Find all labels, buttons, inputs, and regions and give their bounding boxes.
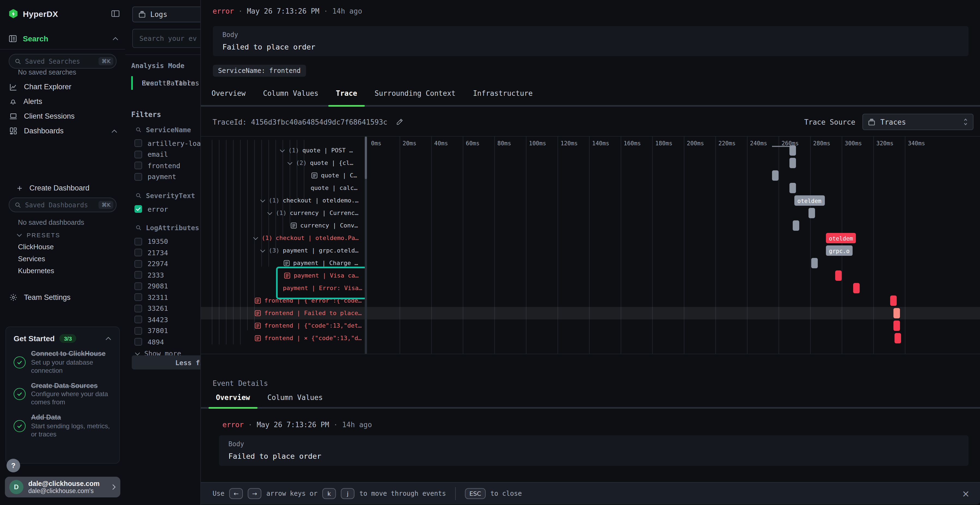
checkbox-unchecked[interactable] <box>134 271 142 279</box>
preset-item-services[interactable]: Services <box>18 255 45 263</box>
filter-value[interactable]: 22974 <box>125 258 200 269</box>
preset-item-clickhouse[interactable]: ClickHouse <box>18 243 54 251</box>
trace-row[interactable]: currency | Conv… <box>200 219 367 232</box>
trace-row[interactable]: (1)quote | POST … <box>200 144 367 157</box>
checkbox-unchecked[interactable] <box>134 305 142 312</box>
span-bar[interactable]: grpc.o <box>826 245 853 256</box>
tab-overview[interactable]: Overview <box>203 82 254 106</box>
sidebar-section-search[interactable]: Search <box>9 33 119 44</box>
checkbox-unchecked[interactable] <box>134 327 142 335</box>
chevron-down-icon[interactable] <box>267 211 272 215</box>
tab-surrounding-context[interactable]: Surrounding Context <box>366 82 464 106</box>
chevron-down-icon[interactable] <box>286 161 293 165</box>
span-bar[interactable]: oteldem <box>794 195 825 206</box>
filter-value[interactable]: 34423 <box>125 314 200 325</box>
sidebar-item-team-settings[interactable]: Team Settings <box>0 290 125 305</box>
filter-value[interactable]: frontend <box>125 160 200 171</box>
trace-row[interactable]: (1)checkout | oteldemo.Pa… <box>200 232 367 245</box>
k-key[interactable]: k <box>322 488 336 499</box>
trace-row[interactable]: (3)payment | grpc.oteld… <box>200 245 367 257</box>
sidebar-item-client-sessions[interactable]: Client Sessions <box>0 109 125 124</box>
checkbox-unchecked[interactable] <box>134 260 142 268</box>
checkbox-unchecked[interactable] <box>134 294 142 301</box>
checkbox-unchecked[interactable] <box>134 249 142 257</box>
span-bar[interactable] <box>853 283 860 293</box>
filter-value[interactable]: 32311 <box>125 292 200 303</box>
tab-trace[interactable]: Trace <box>327 82 366 106</box>
filter-value[interactable]: 33261 <box>125 303 200 314</box>
filter-value[interactable]: 2333 <box>125 269 200 281</box>
chevron-down-icon[interactable] <box>252 236 258 240</box>
close-icon[interactable]: × <box>962 488 970 499</box>
j-key[interactable]: j <box>341 488 355 499</box>
span-bar[interactable] <box>891 295 897 306</box>
get-started-item[interactable]: Create Data SourcesConfigure where your … <box>14 382 111 407</box>
edit-pencil-icon[interactable] <box>396 118 404 126</box>
trace-row[interactable]: quote | C… <box>200 169 367 182</box>
span-bar[interactable] <box>789 158 796 168</box>
saved-searches-input[interactable]: Saved Searches ⌘K <box>9 54 116 68</box>
filter-value[interactable]: 21734 <box>125 247 200 258</box>
chevron-up-icon[interactable] <box>105 336 111 341</box>
filter-value[interactable]: 29081 <box>125 281 200 292</box>
trace-row[interactable]: (2)quote | {cl… <box>200 157 367 169</box>
span-bar[interactable] <box>894 333 901 343</box>
analysis-mode-event-patterns[interactable]: Event Patterns <box>131 76 200 90</box>
trace-source-select[interactable]: Traces <box>862 114 974 130</box>
checkbox-unchecked[interactable] <box>134 140 142 147</box>
tab-infrastructure[interactable]: Infrastructure <box>464 82 541 106</box>
checkbox-checked[interactable] <box>134 205 142 213</box>
span-bar[interactable] <box>792 221 799 231</box>
filter-value[interactable]: artillery-loa <box>125 138 200 149</box>
span-bar[interactable] <box>808 208 815 218</box>
checkbox-unchecked[interactable] <box>134 151 142 158</box>
service-name-tag[interactable]: ServiceName: frontend <box>213 65 306 77</box>
tab-overview[interactable]: Overview <box>207 389 259 409</box>
source-select[interactable]: Logs <box>132 6 200 22</box>
create-dashboard-button[interactable]: Create Dashboard <box>7 181 125 195</box>
saved-dashboards-input[interactable]: Saved Dashboards ⌘K <box>9 197 116 212</box>
sidebar-item-alerts[interactable]: Alerts <box>0 94 125 109</box>
span-bar[interactable] <box>772 170 778 181</box>
event-search-input[interactable]: Search your ev <box>132 29 200 48</box>
sidebar-item-chart-explorer[interactable]: Chart Explorer <box>0 79 125 94</box>
trace-row[interactable]: (1)currency | Currenc… <box>200 207 367 219</box>
filter-value[interactable]: error <box>125 203 200 215</box>
span-bar[interactable] <box>835 270 842 281</box>
checkbox-unchecked[interactable] <box>134 283 142 290</box>
less-filters-button[interactable]: Less fil <box>132 355 200 370</box>
trace-row[interactable]: (1)checkout | oteldemo.… <box>200 194 367 207</box>
presets-toggle[interactable]: PRESETS <box>16 232 60 238</box>
tree-scrollbar-thumb[interactable] <box>364 137 367 179</box>
checkbox-unchecked[interactable] <box>134 338 142 346</box>
trace-row[interactable]: frontend | Failed to place… <box>200 307 367 319</box>
filter-value[interactable]: 4894 <box>125 336 200 348</box>
arrow-left-key[interactable]: ← <box>229 488 243 499</box>
tab-column-values[interactable]: Column Values <box>254 82 327 106</box>
trace-row[interactable]: frontend | {"code":13,"det… <box>200 319 367 332</box>
span-bar[interactable] <box>893 308 900 318</box>
arrow-right-key[interactable]: → <box>248 488 261 499</box>
esc-key[interactable]: ESC <box>465 488 485 499</box>
filter-value[interactable]: email <box>125 149 200 160</box>
checkbox-unchecked[interactable] <box>134 238 142 245</box>
span-bar[interactable] <box>811 258 818 268</box>
get-started-item[interactable]: Add DataStart sending logs, metrics, or … <box>14 414 111 438</box>
filter-value[interactable]: payment <box>125 171 200 182</box>
sidebar-item-dashboards[interactable]: Dashboards <box>0 124 125 138</box>
span-bar[interactable] <box>789 145 796 156</box>
user-menu[interactable]: D dale@clickhouse.com dale@clickhouse.co… <box>5 477 120 497</box>
trace-row[interactable]: frontend | × {"code":13,"d… <box>200 332 367 345</box>
help-button[interactable]: ? <box>6 459 20 472</box>
span-bar[interactable] <box>789 183 796 193</box>
collapse-sidebar-icon[interactable] <box>111 10 120 17</box>
span-bar[interactable]: oteldem <box>826 233 856 243</box>
trace-row[interactable]: quote | calc… <box>200 182 367 194</box>
filter-value[interactable]: 19350 <box>125 236 200 247</box>
get-started-item[interactable]: Connect to ClickHouseSet up your databas… <box>14 350 111 375</box>
filter-value[interactable]: 37801 <box>125 325 200 336</box>
chevron-down-icon[interactable] <box>259 248 266 253</box>
span-bar[interactable] <box>893 321 900 331</box>
checkbox-unchecked[interactable] <box>134 173 142 181</box>
chevron-down-icon[interactable] <box>279 148 285 152</box>
